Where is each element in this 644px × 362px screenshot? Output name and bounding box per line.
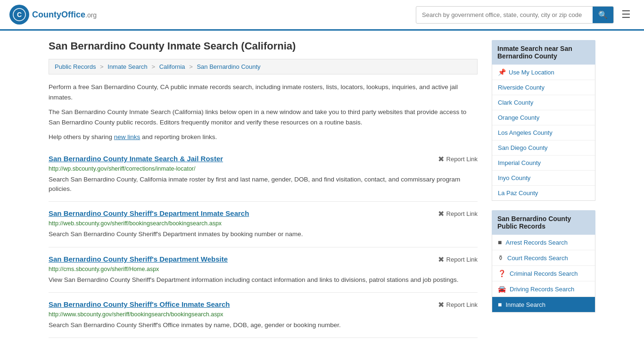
result-title[interactable]: San Bernardino County Sheriff's Office I…: [49, 300, 230, 308]
pr-inmate[interactable]: ■ Inmate Search: [492, 297, 595, 312]
county-item-orange[interactable]: Orange County: [492, 110, 595, 125]
menu-button[interactable]: ☰: [618, 7, 635, 23]
result-item: San Bernardino County Inmate Search & Ja…: [49, 147, 478, 202]
results-list: San Bernardino County Inmate Search & Ja…: [49, 147, 478, 338]
report-link[interactable]: ✖ Report Link: [438, 209, 478, 218]
inmate-icon: ■: [498, 301, 502, 308]
breadcrumb-inmate-search[interactable]: Inmate Search: [107, 63, 148, 70]
use-location-link[interactable]: Use My Location: [509, 69, 554, 76]
search-button[interactable]: 🔍: [593, 7, 613, 23]
report-icon: ✖: [438, 209, 444, 218]
result-header: San Bernardino County Inmate Search & Ja…: [49, 155, 478, 164]
report-icon: ✖: [438, 255, 444, 264]
pr-arrest[interactable]: ■ Arrest Records Search: [492, 235, 595, 250]
page-title: San Bernardino County Inmate Search (Cal…: [49, 40, 478, 52]
report-icon: ✖: [438, 300, 444, 309]
result-url: http://wp.sbcounty.gov/sheriff/correctio…: [49, 165, 478, 172]
new-links[interactable]: new links: [114, 133, 140, 140]
public-records-header: San Bernardino County Public Records: [492, 210, 595, 235]
result-header: San Bernardino County Sheriff's Office I…: [49, 300, 478, 309]
location-pin-icon: 📌: [498, 68, 506, 76]
result-url: http://www.sbcounty.gov/sheriff/bookings…: [49, 311, 478, 318]
logo-text: CountyOffice.org: [32, 10, 97, 20]
breadcrumb-public-records[interactable]: Public Records: [55, 63, 96, 70]
sidebar: Inmate Search near San Bernardino County…: [492, 40, 595, 338]
site-header: C CountyOffice.org 🔍 ☰: [0, 0, 644, 31]
description-2: The San Bernardino County Inmate Search …: [49, 107, 478, 127]
logo[interactable]: C CountyOffice.org: [9, 5, 97, 25]
breadcrumb-california[interactable]: California: [159, 63, 185, 70]
result-title[interactable]: San Bernardino County Sheriff's Departme…: [49, 255, 228, 263]
pr-criminal[interactable]: ❓ Criminal Records Search: [492, 266, 595, 281]
report-link[interactable]: ✖ Report Link: [438, 155, 478, 164]
breadcrumb: Public Records > Inmate Search > Califor…: [49, 59, 478, 74]
county-item-inyo[interactable]: Inyo County: [492, 171, 595, 186]
result-url: http://cms.sbcounty.gov/sheriff/Home.asp…: [49, 266, 478, 272]
county-item-lapaz[interactable]: La Paz County: [492, 186, 595, 200]
result-desc: Search San Bernardino County Sheriff's O…: [49, 321, 478, 330]
county-item-clark[interactable]: Clark County: [492, 95, 595, 110]
description-3: Help others by sharing new links and rep…: [49, 132, 478, 142]
court-icon: ⚱: [498, 254, 504, 262]
result-item: San Bernardino County Sheriff's Departme…: [49, 202, 478, 247]
breadcrumb-county[interactable]: San Bernardino County: [197, 63, 260, 70]
result-header: San Bernardino County Sheriff's Departme…: [49, 255, 478, 264]
report-icon: ✖: [438, 155, 444, 164]
county-item-losangeles[interactable]: Los Angeles County: [492, 125, 595, 140]
pr-driving[interactable]: 🚘 Driving Records Search: [492, 281, 595, 297]
result-desc: Search San Bernardino County Sheriff's D…: [49, 230, 478, 239]
svg-text:C: C: [17, 11, 22, 18]
public-records-list: ■ Arrest Records Search ⚱ Court Records …: [492, 235, 595, 313]
pr-court[interactable]: ⚱ Court Records Search: [492, 250, 595, 266]
search-bar: 🔍: [416, 6, 614, 24]
result-item: San Bernardino County Sheriff's Office I…: [49, 293, 478, 338]
result-desc: View San Bernardino County Sheriff's Dep…: [49, 275, 478, 285]
logo-icon: C: [9, 5, 29, 25]
header-controls: 🔍 ☰: [416, 6, 635, 24]
criminal-icon: ❓: [498, 270, 506, 277]
report-link[interactable]: ✖ Report Link: [438, 255, 478, 264]
driving-icon: 🚘: [498, 285, 506, 293]
public-records-box: San Bernardino County Public Records ■ A…: [492, 210, 595, 313]
county-item-imperial[interactable]: Imperial County: [492, 156, 595, 171]
county-item-sandiego[interactable]: San Diego County: [492, 140, 595, 156]
result-title[interactable]: San Bernardino County Sheriff's Departme…: [49, 209, 249, 217]
use-location-item[interactable]: 📌 Use My Location: [492, 65, 595, 80]
county-item-riverside[interactable]: Riverside County: [492, 80, 595, 95]
description-1: Perform a free San Bernardino County, CA…: [49, 82, 478, 102]
search-input[interactable]: [416, 8, 593, 22]
main-container: San Bernardino County Inmate Search (Cal…: [39, 31, 605, 347]
nearby-header: Inmate Search near San Bernardino County: [492, 40, 595, 65]
arrest-icon: ■: [498, 239, 502, 246]
nearby-box: Inmate Search near San Bernardino County…: [492, 40, 595, 201]
result-header: San Bernardino County Sheriff's Departme…: [49, 209, 478, 218]
nearby-list: 📌 Use My Location Riverside County Clark…: [492, 65, 595, 201]
report-link[interactable]: ✖ Report Link: [438, 300, 478, 309]
result-item: San Bernardino County Sheriff's Departme…: [49, 247, 478, 293]
result-title[interactable]: San Bernardino County Inmate Search & Ja…: [49, 155, 223, 163]
result-url: http://web.sbcounty.gov/sheriff/bookings…: [49, 220, 478, 227]
result-desc: Search San Bernardino County, California…: [49, 175, 478, 194]
content-area: San Bernardino County Inmate Search (Cal…: [49, 40, 478, 338]
